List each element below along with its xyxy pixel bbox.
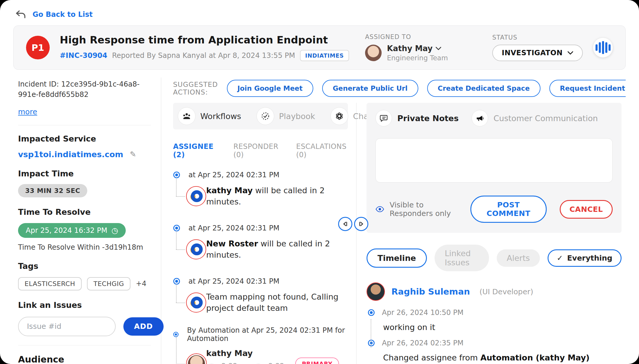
- chatgpt-icon: [330, 107, 348, 125]
- feed-entries: Apr 26, 2024 10:50 PM working on it Apr …: [367, 308, 622, 364]
- customer-communication-label: Customer Communication: [493, 114, 598, 123]
- radio-dot-icon: [173, 278, 180, 285]
- feed-author-row: Raghib Suleman (UI Developer): [367, 282, 622, 301]
- workflows-button[interactable]: Workflows: [178, 107, 241, 125]
- event-text: Team mapping not found, Calling project …: [206, 292, 338, 313]
- assigned-to-label: ASSIGNED TO: [365, 33, 492, 40]
- event-subject: kathy May: [206, 186, 253, 195]
- workflows-label: Workflows: [200, 112, 241, 121]
- request-incident-manager-button[interactable]: Request Incident Manager: [549, 80, 626, 97]
- radio-dot-icon: [173, 225, 180, 232]
- check-icon: ✓: [557, 254, 563, 262]
- impacted-service-link[interactable]: vsp1toi.indiatimes.com: [18, 150, 123, 159]
- entry-prefix: Changed assignee from: [383, 353, 480, 362]
- call-time: 2:32 PM: [222, 362, 244, 364]
- entry-time: Apr 26, 2024 02:35 PM: [382, 339, 464, 347]
- automation-avatar: [186, 292, 206, 313]
- incident-header-card: P1 High Response time from Application E…: [13, 25, 626, 70]
- impact-time-label: Impact Time: [18, 169, 151, 178]
- add-issue-button[interactable]: ADD: [123, 317, 164, 336]
- status-dropdown[interactable]: INVESTIGATON: [492, 45, 583, 61]
- event-message: New Roster will be called in 2 minutes.: [206, 238, 348, 261]
- audience-label: Audience: [18, 354, 151, 364]
- panel-collapse-arrows: [338, 217, 368, 231]
- create-dedicated-space-button[interactable]: Create Dedicated Space: [427, 80, 540, 97]
- topbar: Go Back to List: [0, 0, 639, 25]
- tags-more[interactable]: +4: [136, 280, 146, 288]
- connector-line: [371, 319, 371, 347]
- entry-old-assignee: Automation (kathy May): [480, 353, 590, 362]
- playbook-button[interactable]: Playbook: [256, 107, 315, 125]
- suggested-actions-label: SUGGESTED ACTIONS:: [173, 81, 218, 96]
- tab-alerts[interactable]: Alerts: [497, 249, 540, 267]
- incident-id-text: Incident ID: 12ce395d-9b1c-46a8-991e-fe8…: [18, 79, 151, 100]
- more-link[interactable]: more: [18, 108, 37, 116]
- timeline-event: at Apr 25, 2024 02:31 PM kathy May will …: [173, 171, 348, 212]
- author-name[interactable]: Raghib Suleman: [391, 287, 470, 297]
- everything-filter[interactable]: ✓ Everything: [548, 249, 622, 267]
- tab-assignee[interactable]: ASSIGNEE (2): [173, 142, 218, 159]
- entry-time: Apr 26, 2024 10:50 PM: [382, 308, 464, 317]
- go-back-icon[interactable]: [15, 10, 27, 19]
- radio-dot-icon: [173, 171, 180, 178]
- go-back-link[interactable]: Go Back to List: [33, 10, 93, 19]
- generate-public-url-button[interactable]: Generate Public Url: [322, 80, 418, 97]
- chevron-down-icon[interactable]: [435, 47, 441, 50]
- tab-linked-issues[interactable]: Linked Issues: [435, 245, 489, 271]
- org-badge: INDIATIMES: [300, 50, 349, 61]
- join-google-meet-button[interactable]: Join Google Meet: [227, 80, 313, 97]
- tab-private-notes[interactable]: Private Notes: [375, 110, 459, 126]
- post-comment-button[interactable]: POST COMMENT: [470, 196, 547, 223]
- event-time: at Apr 25, 2024 02:31 PM: [188, 224, 279, 232]
- tab-escalations[interactable]: ESCALATIONS (0): [296, 142, 348, 159]
- edit-pencil-icon[interactable]: ✎: [130, 150, 136, 159]
- status-label: STATUS: [492, 34, 581, 41]
- cancel-button[interactable]: CANCEL: [560, 200, 613, 219]
- tag-pill: ELASTICSERCH: [18, 277, 82, 290]
- brand-logo-icon[interactable]: [593, 38, 613, 58]
- event-message: kathy May will be called in 2 minutes.: [206, 185, 348, 207]
- radio-dot-icon: [368, 339, 375, 347]
- eye-icon: [375, 206, 384, 212]
- tags-label: Tags: [18, 261, 151, 271]
- title-block: High Response time from Application Endp…: [60, 34, 349, 61]
- time-to-resolve-label: Time To Resolve: [18, 207, 151, 217]
- issue-id-input[interactable]: [18, 317, 116, 336]
- automation-avatar: [186, 186, 206, 206]
- radio-dot-icon: [368, 309, 375, 316]
- incident-page: Go Back to List P1 High Response time fr…: [0, 0, 639, 364]
- entry-text: Changed assignee from Automation (kathy …: [383, 352, 596, 364]
- note-textarea[interactable]: [375, 138, 613, 183]
- impacted-service-label: Impacted Service: [18, 134, 151, 143]
- tab-responder[interactable]: RESPONDER (0): [233, 142, 281, 159]
- assignee-name[interactable]: Kathy May: [387, 44, 433, 53]
- timeline-event: at Apr 25, 2024 02:31 PM New Roster will…: [173, 224, 348, 265]
- main-area: Incident ID: 12ce395d-9b1c-46a8-991e-fe8…: [13, 77, 626, 364]
- time-to-resolve-pill: Apr 25, 2024 16:32 PM ◷: [18, 223, 126, 238]
- time-to-resolve-note: Time To Resolve Within -3d19h18m: [18, 243, 151, 251]
- primary-badge: PRIMARY: [295, 358, 339, 364]
- incident-number-link[interactable]: #INC-30904: [60, 51, 107, 60]
- reported-by-text: Reported By Sapna Kanyal at Apr 8, 2024 …: [112, 51, 295, 60]
- radio-dot-icon: [173, 331, 179, 338]
- tab-timeline[interactable]: Timeline: [367, 248, 427, 268]
- escalation-tabs: ASSIGNEE (2) RESPONDER (0) ESCALATIONS (…: [173, 142, 348, 159]
- workflow-column: Workflows Playbook: [161, 103, 356, 364]
- chevron-down-icon: [567, 51, 573, 55]
- collapse-left-button[interactable]: [338, 217, 352, 231]
- expand-right-button[interactable]: [354, 217, 368, 231]
- impact-time-value: 33 MIN 32 SEC: [18, 184, 87, 197]
- event-time: at Apr 25, 2024 02:31 PM: [188, 277, 279, 285]
- status-value: INVESTIGATON: [502, 49, 563, 57]
- tab-customer-communication[interactable]: Customer Communication: [472, 110, 598, 126]
- automation-group: By Automation at Apr 25, 2024 02:31 PM f…: [173, 326, 348, 364]
- group-header: By Automation at Apr 25, 2024 02:31 PM f…: [187, 326, 348, 343]
- divider: [18, 345, 151, 345]
- member-avatar: [186, 353, 207, 364]
- author-role: (UI Developer): [480, 287, 533, 296]
- tools-band: Workflows Playbook: [173, 103, 348, 129]
- event-time: at Apr 25, 2024 02:31 PM: [188, 171, 279, 179]
- call-time: 2:32 PM: [268, 362, 291, 364]
- status-block: STATUS INVESTIGATON: [492, 34, 581, 61]
- suggested-actions-row: SUGGESTED ACTIONS: Join Google Meet Gene…: [161, 77, 626, 99]
